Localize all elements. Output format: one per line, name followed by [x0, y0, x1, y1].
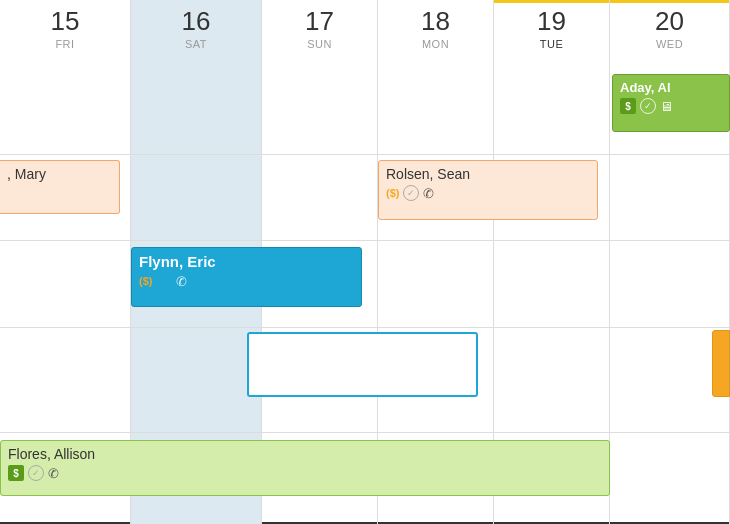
col-wed: [610, 72, 730, 524]
event-mary-title: , Mary: [7, 166, 112, 182]
day-num-15: 15: [4, 8, 126, 34]
calendar-body: , Mary Aday, Al $ ✓ 🖥 Rolsen, Sean ($) ✓…: [0, 72, 730, 524]
event-rolsen[interactable]: Rolsen, Sean ($) ✓ ✆: [378, 160, 598, 220]
check-icon: ✓: [28, 465, 44, 481]
day-name-mon: MON: [422, 38, 449, 50]
event-flynn-icons: ($) ✓ ✆: [139, 273, 354, 289]
event-aday-title: Aday, Al: [620, 80, 722, 95]
day-name-sun: SUN: [307, 38, 332, 50]
day-name-sat: SAT: [185, 38, 207, 50]
event-flores[interactable]: Flores, Allison $ ✓ ✆: [0, 440, 610, 496]
day-name-wed: WED: [656, 38, 683, 50]
event-flynn[interactable]: Flynn, Eric ($) ✓ ✆: [131, 247, 362, 307]
day-name-tue: TUE: [540, 38, 564, 50]
check-icon: ✓: [640, 98, 656, 114]
day-name-fri: FRI: [55, 38, 74, 50]
event-orange-partial[interactable]: [712, 330, 730, 397]
event-rolsen-icons: ($) ✓ ✆: [386, 185, 590, 201]
phone-icon: ✆: [176, 274, 187, 289]
dollar-text-icon: ($): [139, 275, 152, 287]
event-rolsen-title: Rolsen, Sean: [386, 166, 590, 182]
row-line-4: [0, 432, 730, 433]
today-marker-wed: [610, 0, 729, 3]
check-icon: ✓: [156, 273, 172, 289]
today-marker: [494, 0, 609, 3]
event-aday[interactable]: Aday, Al $ ✓ 🖥: [612, 74, 730, 132]
dollar-text-icon: ($): [386, 187, 399, 199]
row-line-2: [0, 240, 730, 241]
check-icon: ✓: [403, 185, 419, 201]
day-num-16: 16: [135, 8, 257, 34]
event-mary[interactable]: , Mary: [0, 160, 120, 214]
day-num-20: 20: [614, 8, 725, 34]
event-flores-title: Flores, Allison: [8, 446, 602, 462]
phone-icon: ✆: [423, 186, 434, 201]
monitor-icon: 🖥: [660, 99, 673, 114]
day-num-18: 18: [382, 8, 489, 34]
row-line-1: [0, 154, 730, 155]
event-flores-icons: $ ✓ ✆: [8, 465, 602, 481]
day-num-19: 19: [498, 8, 605, 34]
event-flynn-title: Flynn, Eric: [139, 253, 354, 270]
event-empty-selected[interactable]: [247, 332, 478, 397]
day-num-17: 17: [266, 8, 373, 34]
dollar-icon: $: [8, 465, 24, 481]
row-line-3: [0, 327, 730, 328]
event-aday-icons: $ ✓ 🖥: [620, 98, 722, 114]
phone-icon: ✆: [48, 466, 59, 481]
dollar-icon: $: [620, 98, 636, 114]
